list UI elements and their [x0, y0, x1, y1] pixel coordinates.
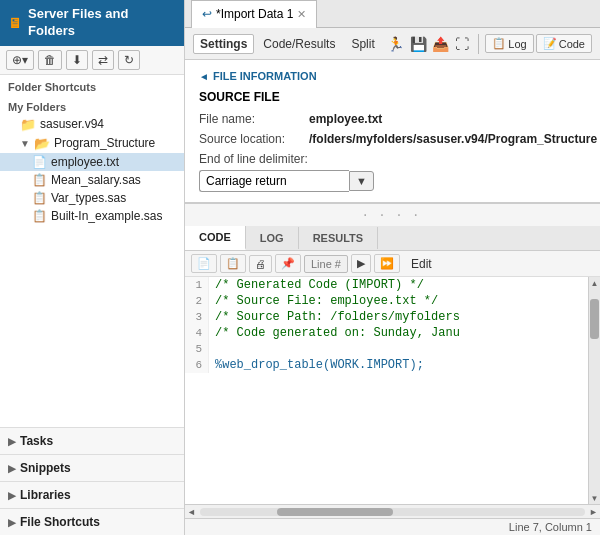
tree-item-label: sasuser.v94 — [40, 117, 104, 131]
line-code: /* Code generated on: Sunday, Janu — [209, 325, 588, 341]
sidebar-header: 🖥 Server Files and Folders — [0, 0, 184, 46]
sidebar-toolbar: ⊕▾ 🗑 ⬇ ⇄ ↻ — [0, 46, 184, 75]
sidebar-title: Server Files and Folders — [28, 6, 176, 40]
delete-button[interactable]: 🗑 — [38, 50, 62, 70]
tree-item-var-types[interactable]: 📋 Var_types.sas — [0, 189, 184, 207]
code-scroll-up[interactable]: ▲ — [589, 277, 601, 289]
split-tab-button[interactable]: Split — [344, 34, 381, 54]
horizontal-scrollbar[interactable]: ◄ ► — [185, 504, 600, 518]
tab-import-data[interactable]: ↩ *Import Data 1 ✕ — [191, 0, 317, 28]
source-location-value: /folders/myfolders/sasuser.v94/Program_S… — [309, 132, 597, 146]
tree-item-label: Built-In_example.sas — [51, 209, 162, 223]
tree-item-builtin-example[interactable]: 📋 Built-In_example.sas — [0, 207, 184, 225]
settings-tab-button[interactable]: Settings — [193, 34, 254, 54]
settings-panel: FILE INFORMATION SOURCE FILE File name: … — [185, 60, 600, 204]
filename-row: File name: employee.txt — [199, 112, 597, 126]
filename-value: employee.txt — [309, 112, 382, 126]
main-toolbar: Settings Code/Results Split 🏃 💾 📤 ⛶ 📋 Lo… — [185, 28, 600, 60]
new-icon: ⊕▾ — [12, 53, 28, 67]
code-line-6: 6 %web_drop_table(WORK.IMPORT); — [185, 357, 588, 373]
main-panel: ↩ *Import Data 1 ✕ Settings Code/Results… — [185, 0, 600, 535]
tree-item-label: Var_types.sas — [51, 191, 126, 205]
folder-open-icon: 📂 — [34, 136, 50, 151]
code-tab-results[interactable]: RESULTS — [299, 227, 379, 249]
code-tab-log[interactable]: LOG — [246, 227, 299, 249]
arrow-right-icon: ▶ — [8, 517, 16, 528]
h-scroll-right-arrow[interactable]: ► — [589, 507, 598, 517]
log-button[interactable]: 📋 Log — [485, 34, 533, 53]
code-section: CODE LOG RESULTS 📄 📋 🖨 📌 Line # ▶ ⏩ Edit — [185, 226, 600, 535]
run-icon: 🏃 — [387, 36, 404, 52]
line-code: /* Source File: employee.txt */ — [209, 293, 588, 309]
code-line-3: 3 /* Source Path: /folders/myfolders — [185, 309, 588, 325]
file-sas-icon: 📋 — [32, 209, 47, 223]
tree-item-label: Mean_salary.sas — [51, 173, 141, 187]
sidebar-section-libraries[interactable]: ▶ Libraries — [0, 481, 184, 508]
line-code: /* Source Path: /folders/myfolders — [209, 309, 588, 325]
divider-dots: · · · · — [185, 204, 600, 226]
sidebar-section-tasks[interactable]: ▶ Tasks — [0, 427, 184, 454]
arrow-right-icon: ▶ — [8, 463, 16, 474]
line-code: %web_drop_table(WORK.IMPORT); — [209, 357, 588, 373]
code-panel-tabs: CODE LOG RESULTS — [185, 226, 600, 251]
code-button[interactable]: 📝 Code — [536, 34, 592, 53]
close-icon[interactable]: ✕ — [297, 8, 306, 21]
tree-item-mean-salary[interactable]: 📋 Mean_salary.sas — [0, 171, 184, 189]
source-location-label: Source location: — [199, 132, 309, 146]
source-location-row: Source location: /folders/myfolders/sasu… — [199, 132, 597, 146]
refresh-button[interactable]: ↻ — [118, 50, 140, 70]
download-button[interactable]: ⬇ — [66, 50, 88, 70]
tab-label: *Import Data 1 — [216, 7, 293, 21]
code-scroll-thumb — [590, 299, 599, 339]
export-button[interactable]: 📤 — [430, 32, 450, 56]
line-code: /* Generated Code (IMPORT) */ — [209, 277, 588, 293]
print-code-btn[interactable]: 🖨 — [249, 255, 272, 273]
arrow-icon: ▼ — [20, 138, 30, 149]
new-code-btn[interactable]: 📄 — [191, 254, 217, 273]
code-line-5: 5 — [185, 341, 588, 357]
code-editor[interactable]: 1 /* Generated Code (IMPORT) */ 2 /* Sou… — [185, 277, 588, 504]
source-file-title: SOURCE FILE — [199, 90, 597, 104]
move-button[interactable]: ⇄ — [92, 50, 114, 70]
paste-code-btn[interactable]: 📌 — [275, 254, 301, 273]
file-txt-icon: 📄 — [32, 155, 47, 169]
delimiter-dropdown-arrow[interactable]: ▼ — [349, 171, 374, 191]
tree-item-employee-txt[interactable]: 📄 employee.txt — [0, 153, 184, 171]
server-icon: 🖥 — [8, 14, 22, 32]
line-num: 2 — [185, 293, 209, 309]
tree-item-sasuser[interactable]: 📁 sasuser.v94 — [0, 115, 184, 134]
copy-code-btn[interactable]: 📋 — [220, 254, 246, 273]
edit-button[interactable]: Edit — [407, 255, 436, 273]
code-scrollbar[interactable]: ▲ ▼ — [588, 277, 600, 504]
import-icon: ↩ — [202, 7, 212, 21]
filename-label: File name: — [199, 112, 309, 126]
code-line-2: 2 /* Source File: employee.txt */ — [185, 293, 588, 309]
line-num: 3 — [185, 309, 209, 325]
content-area: FILE INFORMATION SOURCE FILE File name: … — [185, 60, 600, 535]
status-text: Line 7, Column 1 — [509, 521, 592, 533]
line-code — [209, 341, 588, 357]
sidebar-section-snippets[interactable]: ▶ Snippets — [0, 454, 184, 481]
trash-icon: 🗑 — [44, 53, 56, 67]
run-code-btn[interactable]: ▶ — [351, 254, 371, 273]
sidebar-section-file-shortcuts[interactable]: ▶ File Shortcuts — [0, 508, 184, 535]
delimiter-dropdown[interactable]: Carriage return Line feed CR+LF None — [199, 170, 349, 192]
line-num: 6 — [185, 357, 209, 373]
new-button[interactable]: ⊕▾ — [6, 50, 34, 70]
expand-button[interactable]: ⛶ — [452, 32, 472, 56]
code-line-1: 1 /* Generated Code (IMPORT) */ — [185, 277, 588, 293]
sidebar: 🖥 Server Files and Folders ⊕▾ 🗑 ⬇ ⇄ ↻ Fo… — [0, 0, 185, 535]
run-button[interactable]: 🏃 — [386, 32, 406, 56]
step-code-btn[interactable]: ⏩ — [374, 254, 400, 273]
tree-item-program-structure[interactable]: ▼ 📂 Program_Structure — [0, 134, 184, 153]
h-scrollbar-track — [200, 508, 585, 516]
code-scroll-down[interactable]: ▼ — [589, 492, 601, 504]
save-button[interactable]: 💾 — [408, 32, 428, 56]
refresh-icon: ↻ — [124, 53, 134, 67]
code-results-tab-button[interactable]: Code/Results — [256, 34, 342, 54]
h-scroll-left-arrow[interactable]: ◄ — [187, 507, 196, 517]
arrow-right-icon: ▶ — [8, 436, 16, 447]
line-number-display: Line # — [304, 255, 348, 273]
code-tab-code[interactable]: CODE — [185, 226, 246, 250]
tab-bar: ↩ *Import Data 1 ✕ — [185, 0, 600, 28]
